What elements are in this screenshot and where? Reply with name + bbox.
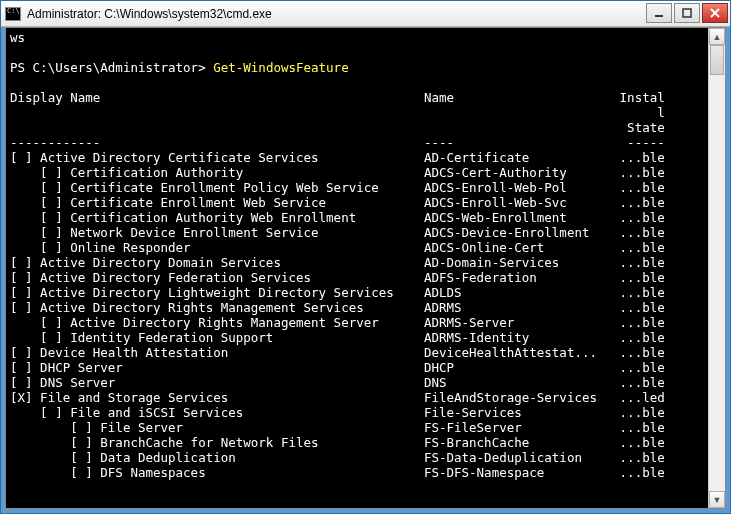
console-output[interactable]: ws PS C:\Users\Administrator> Get-Window… bbox=[6, 28, 708, 508]
scroll-thumb[interactable] bbox=[710, 45, 724, 75]
svg-rect-1 bbox=[683, 9, 691, 17]
maximize-button[interactable] bbox=[674, 3, 700, 23]
scroll-track[interactable] bbox=[709, 45, 725, 491]
svg-rect-0 bbox=[655, 15, 663, 17]
cmd-icon bbox=[5, 7, 21, 21]
window-title: Administrator: C:\Windows\system32\cmd.e… bbox=[27, 7, 646, 21]
window-buttons bbox=[646, 1, 730, 26]
client-area: ws PS C:\Users\Administrator> Get-Window… bbox=[5, 27, 726, 509]
scroll-down-button[interactable]: ▼ bbox=[709, 491, 725, 508]
titlebar[interactable]: Administrator: C:\Windows\system32\cmd.e… bbox=[1, 1, 730, 27]
close-button[interactable] bbox=[702, 3, 728, 23]
scroll-up-button[interactable]: ▲ bbox=[709, 28, 725, 45]
minimize-button[interactable] bbox=[646, 3, 672, 23]
vertical-scrollbar: ▲ ▼ bbox=[708, 28, 725, 508]
cmd-window: Administrator: C:\Windows\system32\cmd.e… bbox=[0, 0, 731, 514]
